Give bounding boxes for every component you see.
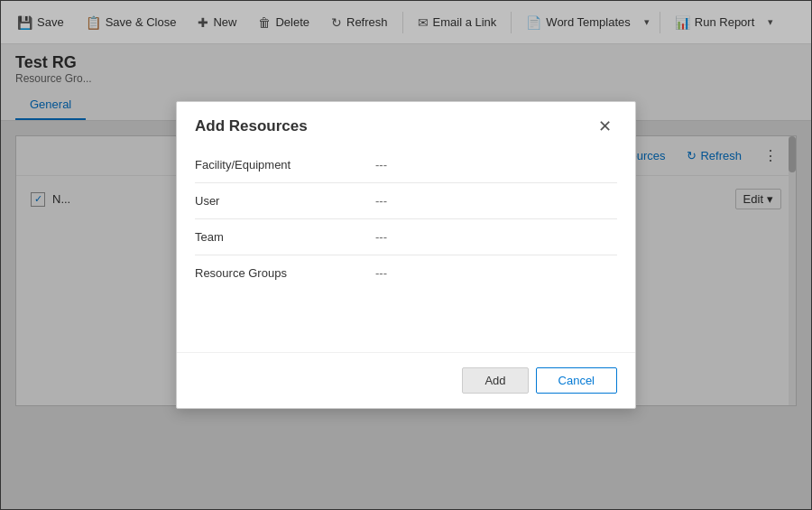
add-button[interactable]: Add bbox=[462, 367, 528, 394]
dialog-row-resource-groups: Resource Groups --- bbox=[195, 255, 617, 291]
facility-label: Facility/Equipment bbox=[195, 158, 375, 172]
facility-value: --- bbox=[375, 158, 387, 172]
dialog-overlay: Add Resources ✕ Facility/Equipment --- U… bbox=[1, 1, 811, 509]
dialog-row-user: User --- bbox=[195, 183, 617, 219]
resource-groups-value: --- bbox=[375, 266, 387, 280]
user-label: User bbox=[195, 194, 375, 208]
cancel-button[interactable]: Cancel bbox=[536, 367, 617, 394]
dialog-header: Add Resources ✕ bbox=[177, 102, 635, 147]
add-resources-dialog: Add Resources ✕ Facility/Equipment --- U… bbox=[176, 101, 636, 409]
dialog-footer: Add Cancel bbox=[177, 352, 635, 408]
resource-groups-label: Resource Groups bbox=[195, 266, 375, 280]
team-label: Team bbox=[195, 230, 375, 244]
dialog-row-team: Team --- bbox=[195, 219, 617, 255]
dialog-row-facility: Facility/Equipment --- bbox=[195, 147, 617, 183]
user-value: --- bbox=[375, 194, 387, 208]
dialog-body: Facility/Equipment --- User --- Team ---… bbox=[177, 147, 635, 298]
dialog-title: Add Resources bbox=[195, 117, 308, 135]
dialog-close-button[interactable]: ✕ bbox=[593, 116, 617, 136]
team-value: --- bbox=[375, 230, 387, 244]
